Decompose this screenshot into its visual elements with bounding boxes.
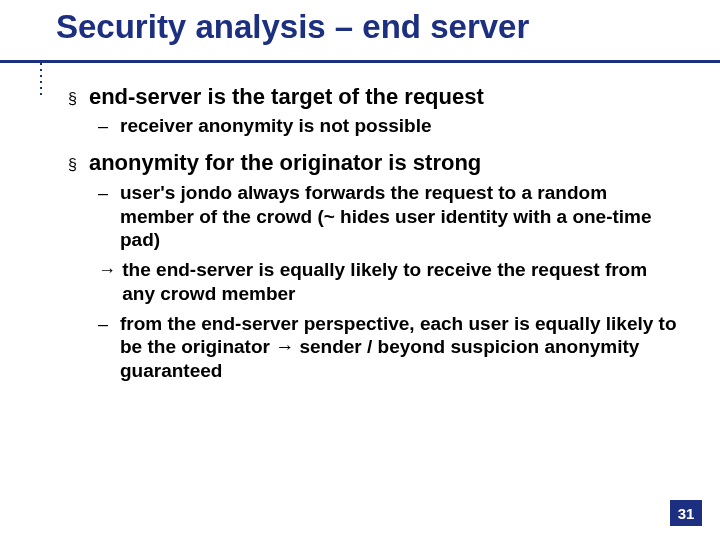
bullet-level2: – from the end-server perspective, each … [98,312,680,383]
bullet-marker: § [68,86,77,112]
bullet-text: receiver anonymity is not possible [120,114,432,138]
bullet-level2: – receiver anonymity is not possible [98,114,680,138]
bullet-level2: → the end-server is equally likely to re… [98,258,680,306]
bullet-marker: § [68,152,77,178]
bullet-level1: § end-server is the target of the reques… [68,84,680,110]
bullet-text: user's jondo always forwards the request… [120,181,680,252]
title-underline [0,60,720,63]
slide: Security analysis – end server § end-ser… [0,0,720,540]
bullet-text: from the end-server perspective, each us… [120,312,680,383]
bullet-text: end-server is the target of the request [89,84,484,110]
bullet-marker: – [98,181,110,252]
title-area: Security analysis – end server [0,0,720,46]
page-number: 31 [678,505,695,522]
decorative-dots [40,63,42,95]
bullet-text: anonymity for the originator is strong [89,150,481,176]
arrow-icon: → [98,258,112,306]
bullet-marker: – [98,114,110,138]
content-area: § end-server is the target of the reques… [68,84,680,389]
bullet-level2: – user's jondo always forwards the reque… [98,181,680,252]
bullet-marker: – [98,312,110,383]
page-title: Security analysis – end server [56,8,720,46]
page-number-badge: 31 [670,500,702,526]
bullet-text: the end-server is equally likely to rece… [122,258,680,306]
bullet-level1: § anonymity for the originator is strong [68,150,680,176]
